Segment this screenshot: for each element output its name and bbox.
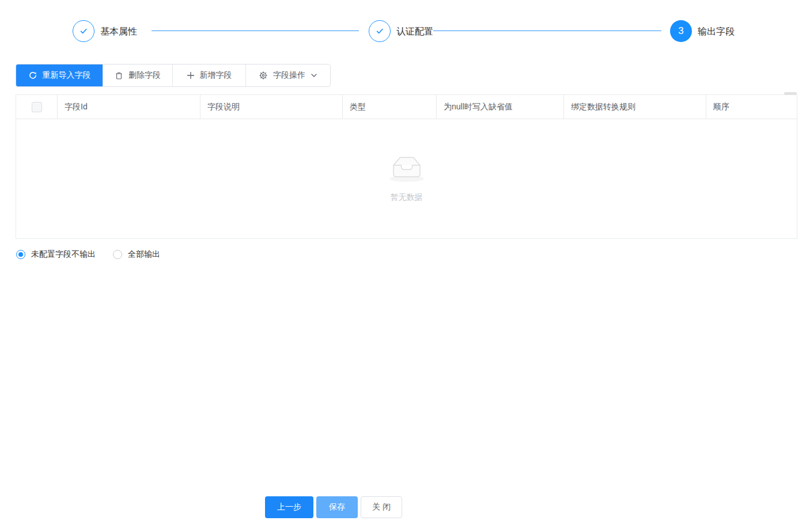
table-header-row: 字段Id 字段说明 类型 为null时写入缺省值 绑定数据转换规则 顺序 bbox=[16, 95, 797, 119]
fields-table: 字段Id 字段说明 类型 为null时写入缺省值 绑定数据转换规则 顺序 暂无数… bbox=[16, 94, 797, 239]
save-button[interactable]: 保存 bbox=[316, 496, 358, 518]
radio-option-unconfigured-no-output[interactable]: 未配置字段不输出 bbox=[16, 249, 96, 260]
field-operations-button[interactable]: 字段操作 bbox=[245, 64, 330, 86]
radio-unselected-icon[interactable] bbox=[113, 250, 122, 259]
table-scrollbar-thumb[interactable] bbox=[784, 92, 797, 95]
column-header-type: 类型 bbox=[343, 95, 437, 119]
step-3-number-badge: 3 bbox=[670, 20, 692, 42]
column-header-field-desc: 字段说明 bbox=[200, 95, 343, 119]
step-connector-line bbox=[433, 31, 661, 31]
trash-icon bbox=[115, 71, 123, 80]
reimport-fields-button[interactable]: 重新导入字段 bbox=[16, 64, 103, 86]
step-2-title: 认证配置 bbox=[396, 26, 433, 37]
plus-icon bbox=[187, 71, 195, 79]
add-field-button[interactable]: 新增字段 bbox=[172, 64, 245, 86]
add-field-label: 新增字段 bbox=[200, 70, 232, 81]
select-all-checkbox[interactable] bbox=[32, 102, 42, 112]
output-mode-radio-group: 未配置字段不输出 全部输出 bbox=[16, 249, 160, 260]
column-header-field-id: 字段Id bbox=[58, 95, 200, 119]
radio-selected-icon[interactable] bbox=[16, 250, 25, 259]
step-1-title: 基本属性 bbox=[100, 26, 137, 37]
step-connector-line bbox=[152, 31, 359, 31]
check-icon bbox=[374, 26, 385, 36]
step-3-number: 3 bbox=[678, 25, 683, 37]
delete-field-label: 删除字段 bbox=[128, 70, 161, 81]
step-3-title: 输出字段 bbox=[698, 26, 735, 37]
column-header-order: 顺序 bbox=[706, 95, 797, 119]
empty-text: 暂无数据 bbox=[388, 192, 425, 203]
select-all-cell bbox=[16, 95, 58, 119]
chevron-down-icon bbox=[311, 72, 317, 79]
reload-icon bbox=[28, 71, 37, 80]
radio-option-label: 全部输出 bbox=[128, 249, 160, 260]
radio-option-label: 未配置字段不输出 bbox=[31, 249, 96, 260]
field-operations-label: 字段操作 bbox=[273, 70, 305, 81]
reimport-fields-label: 重新导入字段 bbox=[43, 70, 91, 81]
empty-box-icon bbox=[388, 153, 425, 183]
step-1-finished-icon bbox=[73, 20, 94, 42]
close-button[interactable]: 关 闭 bbox=[361, 496, 402, 518]
field-toolbar: 重新导入字段 删除字段 新增字段 bbox=[16, 64, 331, 87]
gear-icon bbox=[259, 71, 268, 80]
radio-option-output-all[interactable]: 全部输出 bbox=[113, 249, 160, 260]
column-header-transform-rule: 绑定数据转换规则 bbox=[564, 95, 706, 119]
previous-step-button[interactable]: 上一步 bbox=[265, 496, 313, 518]
delete-field-button[interactable]: 删除字段 bbox=[103, 64, 172, 86]
empty-state: 暂无数据 bbox=[388, 153, 425, 203]
step-2-finished-icon bbox=[369, 20, 391, 42]
column-header-null-default: 为null时写入缺省值 bbox=[437, 95, 564, 119]
check-icon bbox=[78, 26, 89, 36]
output-fields-config-page: 基本属性 认证配置 3 输出字段 重新导入字段 bbox=[0, 0, 806, 532]
table-body: 暂无数据 bbox=[16, 119, 797, 238]
